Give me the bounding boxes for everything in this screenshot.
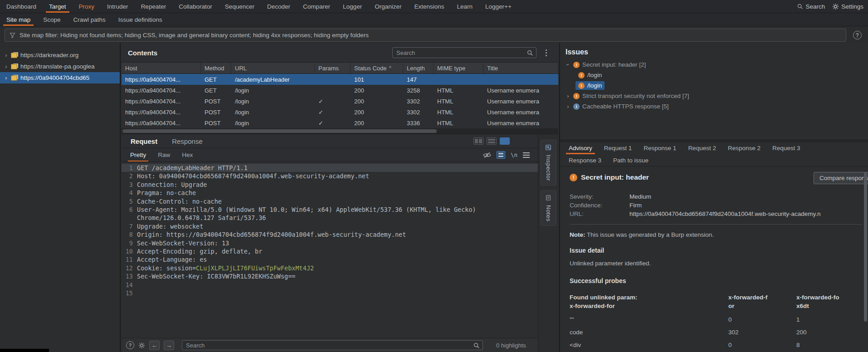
column-header-method[interactable]: Method [201, 63, 231, 73]
cell-status: 200 [351, 117, 403, 128]
tab-hex[interactable]: Hex [176, 148, 199, 161]
menu-tab-logger[interactable]: Logger++ [479, 0, 518, 13]
tab-inspector[interactable]: Inspector [541, 140, 556, 186]
site-folder-icon [11, 64, 18, 69]
advisory-tab-response-3[interactable]: Response 3 [563, 154, 607, 166]
subtab-site-map[interactable]: Site map [0, 13, 37, 26]
settings-button[interactable]: Settings [832, 3, 863, 10]
compare-responses-button[interactable]: Compare responses [814, 172, 868, 184]
menu-tab-comparer[interactable]: Comparer [297, 0, 336, 13]
column-header-status-code[interactable]: Status Code^ [351, 63, 403, 73]
tab-notes[interactable]: Notes [541, 190, 556, 226]
stacked-layout-icon[interactable] [487, 137, 497, 145]
show-newlines-icon[interactable]: \n [511, 152, 517, 158]
issue-child-label: /login [587, 82, 602, 89]
sitemap-tree-list: ›https://darkreader.org›https://translat… [0, 49, 120, 83]
menu-tab-proxy[interactable]: Proxy [73, 0, 101, 13]
line-number: 11 [122, 255, 137, 264]
single-pane-layout-icon[interactable] [500, 137, 510, 145]
previous-match-button[interactable]: ← [149, 341, 160, 350]
sitemap-tree-node[interactable]: ›https://0a94004704cbd65 [0, 72, 120, 83]
issue-tree-item[interactable]: ›!Strict transport security not enforced… [566, 91, 868, 101]
menu-tab-learn[interactable]: Learn [450, 0, 479, 13]
column-header-title[interactable]: Title [483, 63, 558, 73]
advisory-tab-response-1[interactable]: Response 1 [638, 142, 682, 154]
advisory-fields: Severity:MediumConfidence:FirmURL:https:… [570, 192, 868, 218]
menu-tab-repeater[interactable]: Repeater [135, 0, 173, 13]
scrollbar-thumb[interactable] [864, 172, 867, 322]
subtab-issue-definitions[interactable]: Issue definitions [112, 13, 169, 26]
contents-horizontal-scrollbar[interactable] [122, 128, 558, 134]
contents-menu-button[interactable] [541, 47, 551, 58]
menu-tab-sequencer[interactable]: Sequencer [219, 0, 261, 13]
cell-method: POST [201, 96, 231, 107]
subtab-scope[interactable]: Scope [37, 13, 67, 26]
probes-cell: 0 [728, 316, 796, 323]
advisory-tab-path-to-issue[interactable]: Path to issue [607, 154, 654, 166]
issue-tree-item[interactable]: ›!Secret input: header [2] [566, 59, 868, 70]
editor-menu-icon[interactable] [523, 152, 530, 158]
menu-tab-decoder[interactable]: Decoder [261, 0, 297, 13]
sitemap-tree-node[interactable]: ›https://translate-pa.googlea [0, 61, 120, 72]
sitemap-table-row[interactable]: https://0a94004704...GET/login2003258HTM… [122, 85, 558, 96]
probes-header-line: x-forwarded-fo [796, 293, 868, 302]
advisory-tab-advisory[interactable]: Advisory [563, 142, 598, 154]
hide-nonprintable-icon[interactable] [483, 152, 491, 158]
sitemap-table-row[interactable]: https://0a94004704...POST/login✓2003302H… [122, 96, 558, 107]
subtab-crawl-paths[interactable]: Crawl paths [67, 13, 112, 26]
column-header-length[interactable]: Length [403, 63, 434, 73]
side-by-side-layout-icon[interactable] [473, 137, 483, 145]
cell-method: POST [201, 117, 231, 128]
request-line: 8Origin: https://0a94004704cbd656874f9d2… [122, 230, 538, 239]
cell-length: 3302 [403, 96, 434, 107]
line-number: 13 [122, 272, 137, 280]
issue-tree-item[interactable]: ›iCacheable HTTPS response [5] [566, 101, 868, 112]
editor-search-input[interactable] [182, 341, 483, 350]
sitemap-filter-bar[interactable]: Site map filter: Hiding not found items;… [5, 29, 846, 42]
search-button[interactable]: Search [797, 3, 825, 10]
tab-response[interactable]: Response [165, 134, 210, 148]
sitemap-table-row[interactable]: https://0a94004704...POST/login✓2003336H… [122, 117, 558, 128]
soft-wrap-icon[interactable] [497, 151, 505, 159]
next-match-button[interactable]: → [164, 341, 174, 350]
editor-help-icon[interactable]: ? [126, 341, 134, 349]
probes-cell: "" [570, 316, 728, 323]
menu-tab-logger[interactable]: Logger [336, 0, 368, 13]
line-text: Host: 0a94004704cbd656874f9d2400a1004f.w… [137, 172, 538, 180]
menu-tab-target[interactable]: Target [43, 0, 73, 13]
column-header-url[interactable]: URL [231, 63, 315, 73]
contents-search-input[interactable] [393, 48, 536, 58]
issue-tree-child[interactable]: !/login [566, 70, 868, 80]
advisory-scrollbar[interactable] [863, 168, 868, 350]
line-text: GET /academyLabHeader HTTP/1.1 [137, 164, 538, 172]
column-header-mime-type[interactable]: MIME type [434, 63, 483, 73]
cell-host: https://0a94004704... [122, 117, 201, 128]
advisory-tab-request-3[interactable]: Request 3 [766, 142, 806, 154]
menu-tab-collaborator[interactable]: Collaborator [172, 0, 219, 13]
menu-tab-dashboard[interactable]: Dashboard [0, 0, 43, 13]
line-text: Sec-WebSocket-Version: 13 [137, 239, 538, 247]
probes-header-row: Found unlinked param:x-forwarded-forx-fo… [570, 293, 868, 310]
menu-tab-intruder[interactable]: Intruder [101, 0, 135, 13]
issue-tree-child[interactable]: !/login [566, 80, 868, 91]
tab-pretty[interactable]: Pretty [124, 148, 152, 161]
advisory-tab-response-2[interactable]: Response 2 [722, 142, 766, 154]
column-header-params[interactable]: Params [315, 63, 351, 73]
cell-title [483, 74, 558, 85]
menu-tab-organizer[interactable]: Organizer [368, 0, 408, 13]
column-header-host[interactable]: Host [122, 63, 201, 73]
cell-method: GET [201, 74, 231, 85]
advisory-tab-request-2[interactable]: Request 2 [682, 142, 722, 154]
editor-settings-icon[interactable] [138, 342, 145, 349]
tab-raw[interactable]: Raw [152, 148, 176, 161]
request-editor[interactable]: 1GET /academyLabHeader HTTP/1.12Host: 0a… [122, 162, 538, 338]
message-editor-column: Request Response Pretty Raw Hex [122, 134, 538, 352]
tab-request[interactable]: Request [123, 134, 165, 148]
sitemap-table-row[interactable]: https://0a94004704...GET/academyLabHeade… [122, 74, 558, 85]
advisory-tab-request-1[interactable]: Request 1 [598, 142, 638, 154]
help-icon[interactable]: ? [853, 31, 862, 39]
menu-tab-extensions[interactable]: Extensions [408, 0, 450, 13]
sitemap-tree-node[interactable]: ›https://darkreader.org [0, 49, 120, 61]
scrollbar-thumb[interactable] [122, 129, 437, 133]
sitemap-table-row[interactable]: https://0a94004704...POST/login✓2003302H… [122, 107, 558, 117]
